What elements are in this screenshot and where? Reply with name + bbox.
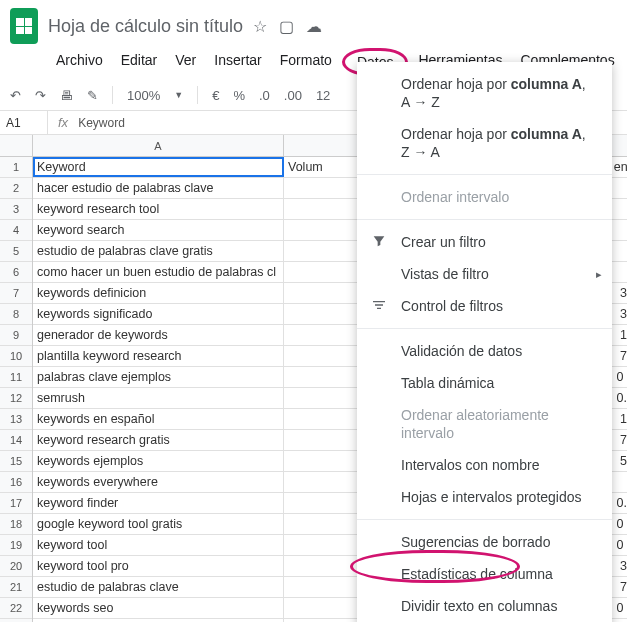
print-icon[interactable]: 🖶 <box>60 88 73 103</box>
menu-editar[interactable]: Editar <box>113 48 166 76</box>
row-header[interactable]: 6 <box>0 262 32 283</box>
menu-archivo[interactable]: Archivo <box>48 48 111 76</box>
redo-icon[interactable]: ↷ <box>35 88 46 103</box>
cell[interactable] <box>284 598 359 618</box>
doc-title[interactable]: Hoja de cálculo sin título <box>48 16 243 37</box>
cell[interactable]: keywords significado <box>33 304 284 324</box>
row-header[interactable]: 19 <box>0 535 32 556</box>
cell[interactable] <box>284 325 359 345</box>
cell[interactable]: keyword search <box>33 220 284 240</box>
cell[interactable]: keyword research gratis <box>33 430 284 450</box>
paint-format-icon[interactable]: ✎ <box>87 88 98 103</box>
zoom-select[interactable]: 100% <box>127 88 160 103</box>
select-all-corner[interactable] <box>0 135 32 157</box>
cell[interactable]: semrush <box>33 388 284 408</box>
cell[interactable] <box>284 220 359 240</box>
cell[interactable]: Keyword <box>33 157 284 177</box>
cell[interactable] <box>284 346 359 366</box>
cell[interactable] <box>284 451 359 471</box>
cell[interactable] <box>284 556 359 576</box>
cell[interactable]: keywords ejemplos <box>33 451 284 471</box>
row-header[interactable]: 5 <box>0 241 32 262</box>
dd-pivot-table[interactable]: Tabla dinámica <box>357 367 612 399</box>
row-header[interactable]: 7 <box>0 283 32 304</box>
cell[interactable] <box>284 514 359 534</box>
cell[interactable]: plantilla keyword research <box>33 346 284 366</box>
cell[interactable]: keywords everywhere <box>33 472 284 492</box>
move-icon[interactable]: ▢ <box>279 17 294 36</box>
row-header[interactable]: 3 <box>0 199 32 220</box>
col-header-b-partial[interactable] <box>284 135 359 156</box>
cell[interactable]: keyword research tool <box>33 199 284 219</box>
dd-col-stats[interactable]: Estadísticas de columna <box>357 558 612 590</box>
cell[interactable] <box>284 283 359 303</box>
cell[interactable] <box>284 241 359 261</box>
cell[interactable]: hacer estudio de palabras clave <box>33 178 284 198</box>
percent-button[interactable]: % <box>233 88 245 103</box>
row-header[interactable]: 1 <box>0 157 32 178</box>
cell[interactable] <box>284 367 359 387</box>
row-header[interactable]: 17 <box>0 493 32 514</box>
cell[interactable] <box>284 178 359 198</box>
cell[interactable]: estudio de palabras clave <box>33 577 284 597</box>
dd-filter-control[interactable]: Control de filtros <box>357 290 612 322</box>
dec-plus-button[interactable]: .00 <box>284 88 302 103</box>
row-header[interactable]: 16 <box>0 472 32 493</box>
cell[interactable]: keyword finder <box>33 493 284 513</box>
undo-icon[interactable]: ↶ <box>10 88 21 103</box>
dd-protected[interactable]: Hojas e intervalos protegidos <box>357 481 612 513</box>
cell[interactable] <box>284 535 359 555</box>
dd-sort-desc[interactable]: Ordenar hoja por columna A, Z → A <box>357 118 612 168</box>
row-header[interactable]: 20 <box>0 556 32 577</box>
cell[interactable]: google keyword tool gratis <box>33 514 284 534</box>
row-header[interactable]: 8 <box>0 304 32 325</box>
menu-insertar[interactable]: Insertar <box>206 48 269 76</box>
row-header[interactable]: 12 <box>0 388 32 409</box>
row-header[interactable]: 21 <box>0 577 32 598</box>
row-header[interactable]: 9 <box>0 325 32 346</box>
row-header[interactable]: 4 <box>0 220 32 241</box>
cell[interactable] <box>284 304 359 324</box>
cell[interactable]: como hacer un buen estudio de palabras c… <box>33 262 284 282</box>
name-box[interactable]: A1 <box>0 111 48 134</box>
formula-bar[interactable]: Keyword <box>78 116 125 130</box>
cell[interactable] <box>284 199 359 219</box>
cell[interactable]: estudio de palabras clave gratis <box>33 241 284 261</box>
cloud-icon[interactable]: ☁ <box>306 17 322 36</box>
format-123-button[interactable]: 12 <box>316 88 330 103</box>
cell[interactable] <box>284 577 359 597</box>
cell[interactable]: Volum <box>284 157 359 177</box>
cell[interactable] <box>284 262 359 282</box>
dd-named-ranges[interactable]: Intervalos con nombre <box>357 449 612 481</box>
star-icon[interactable]: ☆ <box>253 17 267 36</box>
row-header[interactable]: 18 <box>0 514 32 535</box>
menu-formato[interactable]: Formato <box>272 48 340 76</box>
cell[interactable] <box>284 388 359 408</box>
cell[interactable]: keywords definicion <box>33 283 284 303</box>
cell[interactable] <box>284 430 359 450</box>
cell[interactable] <box>284 409 359 429</box>
col-header-a[interactable]: A <box>33 135 284 156</box>
cell[interactable]: keyword tool pro <box>33 556 284 576</box>
cell[interactable]: keywords seo <box>33 598 284 618</box>
dd-cleanup[interactable]: Sugerencias de borrado <box>357 526 612 558</box>
row-header[interactable]: 22 <box>0 598 32 619</box>
dd-create-filter[interactable]: Crear un filtro <box>357 226 612 258</box>
row-header[interactable]: 15 <box>0 451 32 472</box>
row-header[interactable]: 11 <box>0 367 32 388</box>
cell[interactable]: keywords en español <box>33 409 284 429</box>
row-header[interactable]: 2 <box>0 178 32 199</box>
cell[interactable]: palabras clave ejemplos <box>33 367 284 387</box>
menu-ver[interactable]: Ver <box>167 48 204 76</box>
cell[interactable]: generador de keywords <box>33 325 284 345</box>
row-header[interactable]: 14 <box>0 430 32 451</box>
dd-data-validation[interactable]: Validación de datos <box>357 335 612 367</box>
row-header[interactable]: 13 <box>0 409 32 430</box>
dec-minus-button[interactable]: .0 <box>259 88 270 103</box>
currency-button[interactable]: € <box>212 88 219 103</box>
cell[interactable] <box>284 493 359 513</box>
sheets-logo[interactable] <box>10 8 38 44</box>
row-header[interactable]: 10 <box>0 346 32 367</box>
dd-sort-asc[interactable]: Ordenar hoja por columna A, A → Z <box>357 68 612 118</box>
cell[interactable]: keyword tool <box>33 535 284 555</box>
